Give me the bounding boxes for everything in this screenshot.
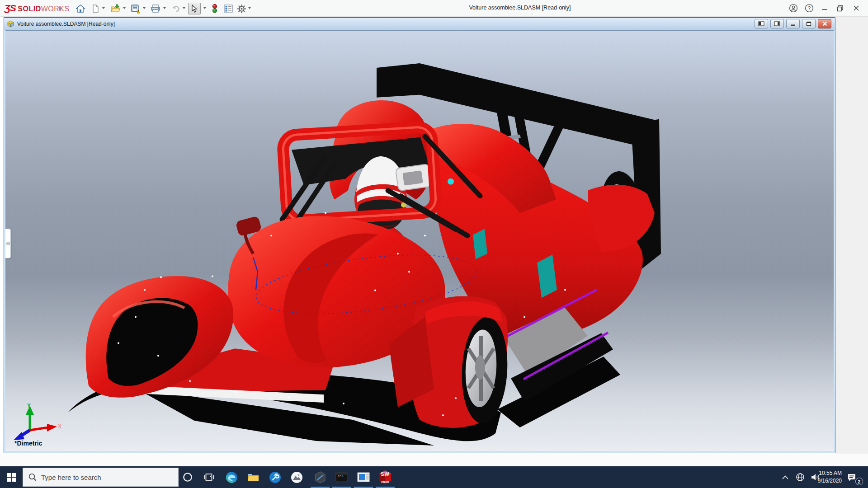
search-icon [28,473,37,481]
help-icon: ? [805,4,814,13]
doc-restore-icon [806,21,811,26]
close-app-button[interactable] [850,2,863,14]
open-button[interactable] [109,3,121,14]
open-folder-icon [110,4,120,13]
document-title-bar[interactable]: Voiture assomblee.SLDASM [Read-only] [4,18,835,30]
task-view-icon [204,473,214,482]
notification-badge: 2 [855,478,863,485]
admin-tools-button[interactable] [264,466,285,488]
chevron-up-icon [782,475,788,479]
display-app-button[interactable] [353,466,374,488]
search-input[interactable] [41,474,154,481]
rebuild-button[interactable] [209,3,221,14]
account-button[interactable] [787,2,800,14]
feature-manager-collapsed-tab[interactable] [5,229,11,258]
edge-button[interactable] [221,466,242,488]
minimize-icon [821,5,828,11]
user-account-icon [789,4,798,13]
help-button[interactable]: ? [803,2,816,14]
print-icon [151,4,160,13]
open-dropdown-icon[interactable] [123,7,126,9]
show-left-pane-button[interactable] [755,19,768,28]
app-title-bar: ƷS SOLIDWORKS [0,0,868,17]
tray-time: 10:55 AM [815,469,842,477]
edge-icon [226,471,238,483]
solidworks-icon-letters: SW [378,471,392,477]
gear-icon [237,4,246,14]
restore-button[interactable] [834,2,846,14]
document-title: Voiture assomblee.SLDASM [Read-only] [17,21,115,27]
wrench-icon [269,471,281,483]
app-background-right [836,17,868,466]
left-pane-icon [758,21,764,26]
feature-manager-expand-icon[interactable] [6,242,10,245]
dassault-3ds-mark: ƷS [5,3,16,13]
undo-dropdown-icon[interactable] [183,7,185,9]
traffic-light-icon [212,4,218,14]
globe-network-icon [796,473,805,482]
select-dropdown-icon[interactable] [203,7,206,9]
file-explorer-button[interactable] [243,466,264,488]
undo-icon [171,4,180,13]
options-dropdown-icon[interactable] [248,7,251,9]
display-app-icon [357,472,370,482]
view-orientation-label: *Dimetric [14,440,42,447]
home-icon [76,4,85,13]
windows-taskbar: C:\ SW 2020 [0,466,868,488]
photos-icon [291,471,303,483]
tray-clock[interactable]: 10:55 AM 9/16/2020 [815,469,842,485]
cortana-icon [183,472,193,482]
orientation-triad: Y X [12,402,66,440]
cortana-button[interactable] [177,466,198,488]
solidworks-icon-year: 2020 [378,480,392,484]
svg-text:Y: Y [27,403,31,409]
save-button[interactable] [129,3,141,14]
undo-button[interactable] [170,3,182,14]
new-document-button[interactable] [90,3,101,14]
taskbar-search[interactable] [23,468,179,487]
svg-text:X: X [58,423,61,430]
tray-overflow-button[interactable] [778,466,792,488]
doc-minimize-button[interactable] [786,19,800,28]
app-background-bottom [0,454,868,466]
command-prompt-label: C:\ [338,474,344,478]
save-dropdown-icon[interactable] [143,7,146,9]
select-tool-button[interactable] [188,3,201,14]
print-dropdown-icon[interactable] [163,7,166,9]
doc-minimize-icon [790,22,796,26]
select-cursor-icon [191,5,198,13]
hexagon-app-icon [314,471,326,483]
start-button[interactable] [0,466,23,488]
minimize-button[interactable] [818,2,831,14]
app-window-title: Voiture assomblee.SLDASM [Read-only] [469,5,571,11]
race-car-model[interactable] [5,31,834,451]
svg-text:?: ? [808,5,811,11]
doc-close-icon [822,21,828,26]
home-button[interactable] [75,3,86,14]
notification-icon [847,473,856,482]
new-dropdown-icon[interactable] [102,7,105,9]
graphics-viewport[interactable]: Y X *Dimetric [5,30,834,451]
doc-restore-button[interactable] [802,19,816,28]
toolbar-expand-arrow-icon[interactable] [59,6,62,11]
photos-button[interactable] [286,466,307,488]
network-button[interactable] [793,466,807,488]
file-explorer-icon [247,472,259,482]
rearview-mirror[interactable] [396,164,432,191]
properties-list-icon [224,5,233,13]
tray-date: 9/16/2020 [815,477,842,485]
task-view-button[interactable] [198,466,219,488]
windows-logo-icon [7,473,16,482]
close-icon [853,5,859,11]
restore-icon [837,5,844,12]
doc-close-button[interactable] [818,19,831,28]
options-button[interactable] [236,3,247,14]
brand-solid: SOLID [18,5,41,13]
print-button[interactable] [150,3,161,14]
command-prompt-button[interactable]: C:\ [331,466,352,488]
display-pane-button[interactable] [222,3,234,14]
show-right-pane-button[interactable] [770,19,784,28]
assembly-icon [7,20,14,28]
solidworks-taskbar-button[interactable]: SW 2020 [375,466,396,488]
hexagon-app-button[interactable] [310,466,330,488]
